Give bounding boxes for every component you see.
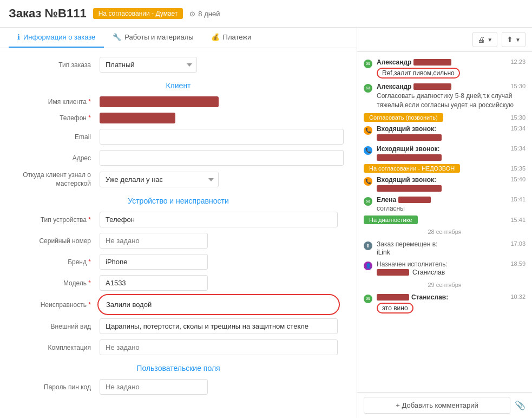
appearance-row: Внешний вид <box>13 318 344 334</box>
add-comment-button[interactable]: + Добавить комментарий <box>364 397 510 414</box>
msg-icon-1: ✉ <box>364 60 372 68</box>
model-label: Модель * <box>13 279 100 287</box>
malfunction-input[interactable] <box>100 296 338 313</box>
tab-payments[interactable]: 💰 Платежи <box>202 28 260 48</box>
address-label: Адрес <box>13 154 100 162</box>
comment-time-3: 15:41 <box>510 196 526 204</box>
phone-out-icon-1: 📞 <box>364 146 372 155</box>
phone-in-icon-1: 📞 <box>364 126 372 135</box>
device-type-input[interactable] <box>100 212 338 227</box>
print-arrow: ▼ <box>487 37 492 43</box>
add-comment-bar: + Добавить комментарий 📎 <box>357 392 532 418</box>
phone-blurred <box>100 113 175 123</box>
comment-entry-2: ✉ Александр 15:30 Согласовать диагностик… <box>357 81 532 112</box>
tab-payments-label: Платежи <box>223 33 252 41</box>
email-input[interactable] <box>100 129 344 145</box>
comment-author-3: Елена <box>377 196 431 204</box>
comment-entry-4: ✉ Станислав: 10:32 это вино <box>357 291 532 316</box>
print-button[interactable]: 🖨 ▼ <box>472 32 497 47</box>
comment-text-2: Согласовать диагностику 5-8 дней,т.к слу… <box>377 92 526 110</box>
call-time-1: 15:34 <box>510 125 526 133</box>
custom-section-title: Пользовательские поля <box>13 364 344 373</box>
model-row: Модель * <box>13 275 344 291</box>
model-input[interactable] <box>100 275 208 291</box>
pin-row: Пароль пин код <box>13 379 344 395</box>
order-type-select[interactable]: Платный <box>100 57 197 73</box>
status-badge-2: На согласовании - НЕДОЗВОН <box>364 164 460 173</box>
device-type-row: Тип устройства * <box>13 212 344 227</box>
tab-payments-icon: 💰 <box>211 33 220 41</box>
call-label-3: Входящий звонок: <box>377 176 436 184</box>
header: Заказ №В111 На согласовании - Думает ⊙ 8… <box>0 0 532 28</box>
comments-list: ✉ Александр 12:23 Ref,залит пивом,сильн <box>357 52 532 392</box>
client-name-row: Имя клиента * <box>13 96 344 107</box>
comment-text-3: согласны <box>377 205 526 212</box>
author-blurred-4 <box>377 294 409 301</box>
right-panel-header: 🖨 ▼ ⬆ ▼ <box>357 28 532 52</box>
comment-entry-1: ✉ Александр 12:23 Ref,залит пивом,сильн <box>357 56 532 81</box>
appearance-input[interactable] <box>100 318 338 334</box>
page: Заказ №В111 На согласовании - Думает ⊙ 8… <box>0 0 532 418</box>
share-icon: ⬆ <box>507 35 513 44</box>
address-input[interactable] <box>100 150 344 166</box>
brand-input[interactable] <box>100 254 208 270</box>
days-label: 8 дней <box>198 10 220 18</box>
call-time-3: 15:40 <box>510 176 526 184</box>
call-label-2: Исходящий звонок: <box>377 145 440 153</box>
system-time-1: 17:03 <box>510 240 526 248</box>
msg-icon-3: ✉ <box>364 197 372 206</box>
form-content: Тип заказа Платный Клиент Имя клиента * <box>0 48 357 409</box>
right-panel: 🖨 ▼ ⬆ ▼ ✉ Алекс <box>357 28 532 418</box>
call-entry-2: 📞 Исходящий звонок: 15:34 <box>357 143 532 163</box>
kit-input[interactable] <box>100 339 338 355</box>
email-control <box>100 129 344 145</box>
serial-input[interactable] <box>100 233 208 249</box>
comment-time-4: 10:32 <box>510 293 526 301</box>
system-time-2: 18:59 <box>510 260 526 268</box>
date-divider-1: 28 сентября <box>357 225 532 238</box>
comment-author-1: Александр <box>377 58 451 66</box>
address-row: Адрес <box>13 150 344 166</box>
pin-input[interactable] <box>100 379 208 395</box>
system-value-2: Станислав <box>377 269 526 276</box>
comment-text-1: Ref,залит пивом,сильно <box>377 68 460 79</box>
tab-info-label: Информация о заказе <box>23 33 95 41</box>
device-section-title: Устройство и неисправности <box>13 197 344 205</box>
system-text-1: Заказ перемещен в: <box>377 240 437 248</box>
brand-control <box>100 254 344 270</box>
source-control: Уже делали у нас <box>100 172 344 187</box>
tab-works-label: Работы и материалы <box>124 33 193 41</box>
serial-label: Серийный номер <box>13 237 100 245</box>
comment-entry-3: ✉ Елена 15:41 согласны <box>357 194 532 214</box>
status-time-1: 15:30 <box>510 114 526 121</box>
author-blurred-2 <box>413 83 451 90</box>
source-select[interactable]: Уже делали у нас <box>100 172 219 187</box>
source-label: Откуда клиент узнал о мастерской <box>13 171 100 188</box>
tab-works[interactable]: 🔧 Работы и материалы <box>104 28 202 48</box>
status-badge-1: Согласовать (позвонить) <box>364 113 443 122</box>
model-control <box>100 275 344 291</box>
device-type-label: Тип устройства * <box>13 216 100 224</box>
call-phone-blurred-3 <box>377 185 442 192</box>
page-title: Заказ №В111 <box>9 6 87 21</box>
status-badge: На согласовании - Думает <box>93 8 183 19</box>
malfunction-row: Неисправность * <box>13 296 344 313</box>
author-blurred-1 <box>413 59 451 66</box>
system-icon-1: ⬆ <box>364 241 372 250</box>
share-arrow: ▼ <box>515 37 521 43</box>
status-time-2: 15:35 <box>510 165 526 172</box>
share-button[interactable]: ⬆ ▼ <box>502 32 526 47</box>
tab-info-icon: ℹ <box>17 33 20 41</box>
phone-row: Телефон * <box>13 113 344 123</box>
print-icon: 🖨 <box>477 35 485 44</box>
order-type-label: Тип заказа <box>13 61 100 69</box>
system-entry-1: ⬆ Заказ перемещен в: 17:03 iLink <box>357 238 532 258</box>
msg-icon-2: ✉ <box>364 84 372 93</box>
pin-label: Пароль пин код <box>13 383 100 391</box>
date-divider-2: 29 сентября <box>357 278 532 291</box>
serial-control <box>100 233 344 249</box>
brand-row: Бренд * <box>13 254 344 270</box>
tab-info[interactable]: ℹ Информация о заказе <box>9 28 104 48</box>
attach-icon[interactable]: 📎 <box>515 400 526 410</box>
device-type-control <box>100 212 344 227</box>
